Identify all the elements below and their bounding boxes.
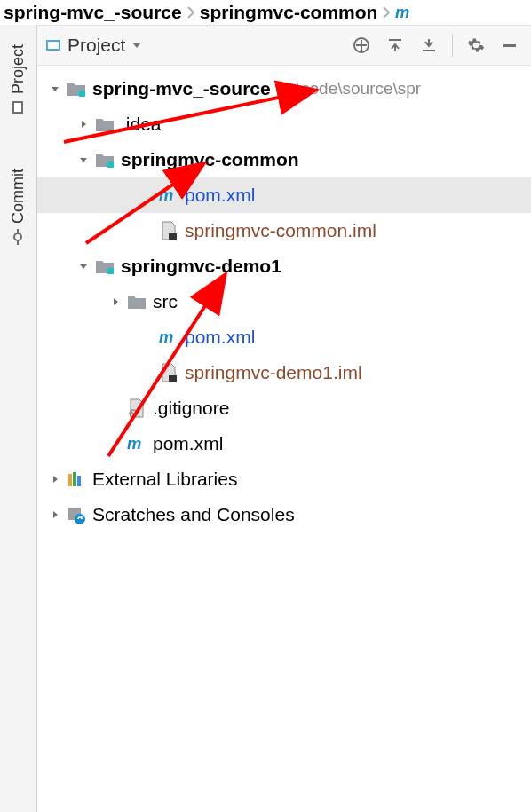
maven-icon: m (158, 327, 179, 348)
scratches-icon (66, 504, 87, 525)
tree-node-root-project[interactable]: spring-mvc_-source D:\code\source\spr (37, 71, 531, 106)
chevron-down-icon[interactable] (75, 257, 92, 275)
module-folder-icon (66, 78, 87, 99)
node-label: springmvc-demo1 (121, 256, 281, 277)
project-panel: Project spring-mvc_-sou (37, 25, 531, 812)
project-tree[interactable]: spring-mvc_-source D:\code\source\spr .i… (37, 66, 531, 812)
node-label: pom.xml (185, 185, 255, 206)
tree-node-demo-module[interactable]: springmvc-demo1 (37, 248, 531, 284)
svg-rect-15 (503, 44, 516, 47)
panel-actions (347, 31, 524, 59)
chevron-down-icon[interactable] (46, 80, 64, 98)
node-label: .idea (121, 114, 162, 135)
node-label: src (153, 291, 178, 312)
node-label: springmvc-demo1.iml (185, 362, 362, 383)
panel-title-dropdown[interactable]: Project (44, 35, 143, 56)
left-toolbar: Project Commit (0, 25, 37, 812)
svg-rect-20 (107, 268, 114, 274)
idea-module-file-icon (158, 362, 179, 383)
module-folder-icon (94, 256, 115, 277)
maven-icon: m (158, 185, 179, 206)
svg-rect-26 (68, 474, 72, 486)
svg-rect-2 (15, 103, 22, 112)
svg-rect-19 (169, 233, 177, 240)
breadcrumb-item[interactable]: springmvc-common (200, 2, 378, 23)
chevron-down-icon (131, 39, 143, 51)
select-opened-file-button[interactable] (347, 31, 376, 59)
folder-icon (94, 114, 115, 135)
collapse-all-button[interactable] (415, 31, 443, 59)
panel-header: Project (37, 25, 531, 66)
svg-rect-16 (79, 91, 85, 97)
file-ignore-icon (126, 398, 147, 419)
tree-node-root-pom[interactable]: m pom.xml (37, 426, 531, 461)
chevron-down-icon[interactable] (75, 151, 92, 169)
hide-button[interactable] (495, 31, 524, 59)
chevron-right-icon[interactable] (75, 115, 92, 133)
chevron-right-icon[interactable] (46, 470, 64, 488)
svg-point-3 (15, 233, 22, 240)
tree-node-common-pom[interactable]: m pom.xml (37, 177, 531, 213)
node-label: springmvc-common.iml (185, 220, 376, 241)
tree-node-scratches[interactable]: Scratches and Consoles (37, 497, 531, 532)
chevron-right-icon (381, 2, 392, 23)
tree-node-demo-pom[interactable]: m pom.xml (37, 319, 531, 355)
breadcrumb-item[interactable]: spring-mvc_-source (4, 2, 182, 23)
svg-rect-22 (169, 375, 177, 382)
svg-rect-27 (73, 472, 76, 486)
node-label: .gitignore (153, 398, 229, 419)
tree-node-demo-iml[interactable]: springmvc-demo1.iml (37, 355, 531, 390)
divider (452, 34, 453, 57)
tab-label: Commit (9, 169, 28, 224)
svg-rect-17 (107, 162, 114, 168)
tree-node-src[interactable]: src (37, 284, 531, 319)
libraries-icon (66, 469, 87, 490)
tab-commit[interactable]: Commit (9, 160, 28, 254)
svg-text:m: m (159, 185, 173, 204)
expand-all-button[interactable] (381, 31, 409, 59)
svg-text:m: m (395, 3, 409, 21)
panel-title-label: Project (67, 35, 125, 56)
node-label: pom.xml (153, 433, 223, 454)
svg-rect-7 (48, 42, 59, 49)
maven-icon: m (126, 433, 147, 454)
tree-node-common-iml[interactable]: springmvc-common.iml (37, 213, 531, 248)
tab-label: Project (9, 44, 28, 94)
chevron-right-icon[interactable] (46, 506, 64, 524)
breadcrumb: spring-mvc_-source springmvc-common m (0, 0, 531, 25)
node-label: springmvc-common (121, 149, 299, 170)
tree-node-idea[interactable]: .idea (37, 106, 531, 142)
gear-icon[interactable] (462, 31, 490, 59)
tab-project[interactable]: Project (9, 35, 28, 124)
maven-icon: m (395, 3, 415, 22)
svg-rect-28 (77, 476, 81, 486)
tree-node-common-module[interactable]: springmvc-common (37, 142, 531, 177)
node-label: External Libraries (92, 469, 237, 490)
node-path-hint: D:\code\source\spr (280, 79, 421, 99)
module-folder-icon (94, 149, 115, 170)
folder-icon (126, 291, 147, 312)
tree-node-gitignore[interactable]: .gitignore (37, 390, 531, 426)
node-label: Scratches and Consoles (92, 504, 295, 525)
idea-module-file-icon (158, 220, 179, 241)
chevron-right-icon[interactable] (107, 293, 124, 311)
chevron-right-icon (186, 2, 196, 23)
svg-text:m: m (127, 434, 141, 453)
node-label: pom.xml (185, 327, 255, 348)
svg-text:m: m (159, 327, 173, 346)
node-label: spring-mvc_-source (92, 78, 271, 99)
tree-node-external-libraries[interactable]: External Libraries (37, 461, 531, 497)
